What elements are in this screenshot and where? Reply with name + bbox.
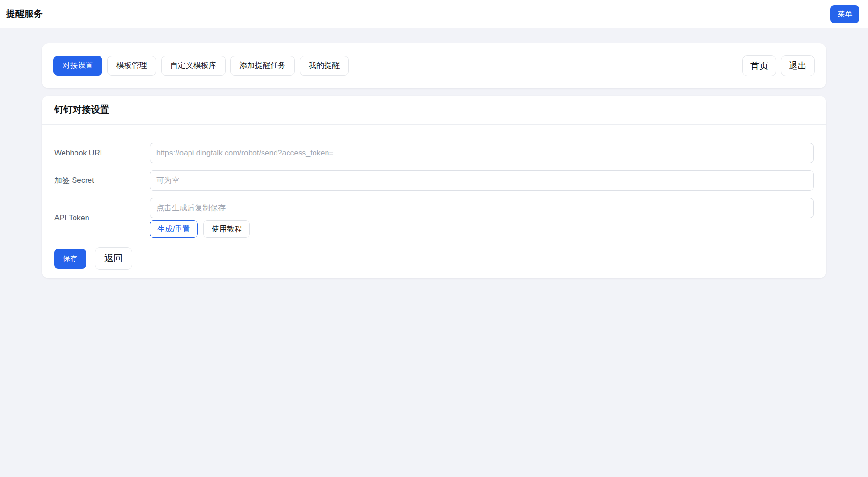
card-title: 钉钉对接设置 — [54, 104, 109, 115]
home-button[interactable]: 首页 — [742, 55, 776, 76]
webhook-url-row: Webhook URL — [54, 143, 814, 163]
tab-my-reminders[interactable]: 我的提醒 — [300, 56, 349, 76]
nav-right-group: 首页 退出 — [742, 55, 815, 76]
webhook-url-control — [150, 143, 814, 163]
tutorial-button[interactable]: 使用教程 — [203, 220, 250, 238]
page-container: 对接设置 模板管理 自定义模板库 添加提醒任务 我的提醒 首页 退出 钉钉对接设… — [42, 43, 826, 278]
webhook-url-label: Webhook URL — [54, 143, 150, 163]
dingtalk-settings-card: 钉钉对接设置 Webhook URL 加签 Secret API Token — [42, 96, 826, 278]
settings-form: Webhook URL 加签 Secret API Token 生成/重置 使用… — [42, 125, 826, 238]
topbar: 提醒服务 菜单 — [0, 0, 868, 28]
secret-label: 加签 Secret — [54, 170, 150, 191]
api-token-row: API Token 生成/重置 使用教程 — [54, 198, 814, 238]
api-token-input[interactable] — [150, 198, 814, 218]
api-token-buttons: 生成/重置 使用教程 — [150, 220, 814, 238]
card-header: 钉钉对接设置 — [42, 96, 826, 125]
logout-button[interactable]: 退出 — [781, 55, 815, 76]
secret-input[interactable] — [150, 170, 814, 191]
save-button[interactable]: 保存 — [54, 249, 86, 269]
form-actions: 保存 返回 — [42, 247, 826, 270]
tab-group: 对接设置 模板管理 自定义模板库 添加提醒任务 我的提醒 — [53, 56, 349, 76]
secret-control — [150, 170, 814, 191]
tab-template-management[interactable]: 模板管理 — [107, 56, 156, 76]
tab-integration-settings[interactable]: 对接设置 — [53, 56, 102, 76]
back-button[interactable]: 返回 — [95, 247, 132, 270]
api-token-label: API Token — [54, 198, 150, 238]
generate-reset-button[interactable]: 生成/重置 — [150, 220, 198, 238]
api-token-control: 生成/重置 使用教程 — [150, 198, 814, 238]
tab-custom-template-library[interactable]: 自定义模板库 — [161, 56, 226, 76]
secret-row: 加签 Secret — [54, 170, 814, 191]
tab-add-reminder-task[interactable]: 添加提醒任务 — [230, 56, 295, 76]
menu-button[interactable]: 菜单 — [830, 5, 859, 23]
app-title: 提醒服务 — [6, 8, 43, 20]
webhook-url-input[interactable] — [150, 143, 814, 163]
tab-navigation-card: 对接设置 模板管理 自定义模板库 添加提醒任务 我的提醒 首页 退出 — [42, 43, 826, 88]
